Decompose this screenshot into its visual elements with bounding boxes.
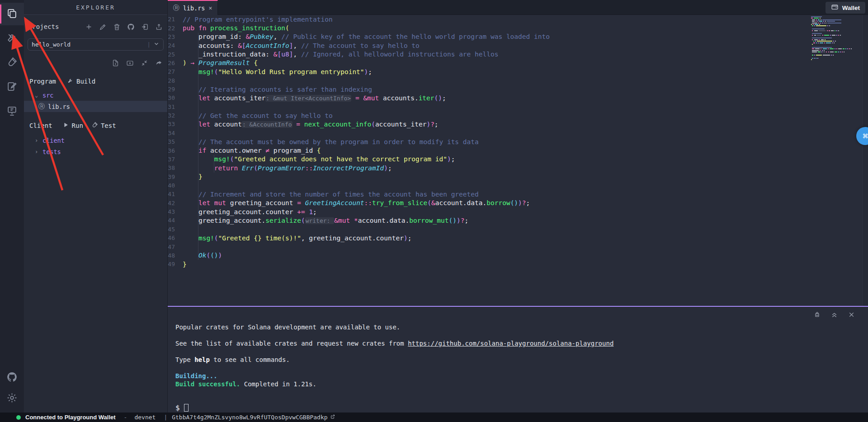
terminal-prompt-row[interactable]: $ — [175, 403, 189, 412]
code-line: 22pub fn process_instruction( — [168, 23, 809, 32]
code-line: 27 msg!("Hello World Rust program entryp… — [168, 67, 809, 76]
import-project-icon[interactable] — [141, 23, 149, 31]
terminal-line — [175, 364, 613, 372]
connection-status-dot — [16, 415, 21, 420]
test-button[interactable]: Test — [91, 122, 116, 130]
build-button[interactable]: Build — [67, 77, 95, 85]
delete-project-icon[interactable] — [113, 23, 121, 31]
sidebar-item-explorer[interactable] — [0, 3, 24, 25]
build-label: Build — [76, 78, 95, 85]
program-section-row: Program Build — [24, 76, 167, 87]
test-tube-icon — [6, 56, 18, 70]
rust-file-icon: Ⓡ — [173, 4, 179, 12]
chevron-right-icon: › — [35, 149, 39, 155]
code-editor[interactable]: 21// Program entrypoint's implementation… — [168, 15, 868, 306]
terminal-line: Build successful. Completed in 1.21s. — [175, 380, 613, 388]
terminal-output: Popular crates for Solana development ar… — [175, 323, 613, 388]
code-line: 33 let account: &AccountInfo = next_acco… — [168, 120, 809, 128]
rust-file-icon: Ⓡ — [38, 103, 45, 111]
export-project-icon[interactable] — [155, 23, 163, 31]
project-select[interactable]: hello_world | — [28, 38, 164, 51]
code-line: 28 — [168, 76, 809, 85]
code-line: 30 let accounts_iter: &mut Iter<AccountI… — [168, 94, 809, 102]
sidebar-item-tutorials[interactable] — [0, 76, 24, 98]
connection-status-text: Connected to Playground Wallet — [25, 414, 116, 421]
indent-guide — [198, 33, 198, 260]
github-import-icon[interactable] — [127, 23, 135, 31]
maximize-terminal-icon[interactable] — [830, 311, 838, 320]
sidebar-item-programs[interactable] — [0, 100, 24, 123]
folder-tests-label: tests — [42, 148, 61, 155]
code-line: 37 msg!("Greeted account does not have t… — [168, 155, 809, 164]
code-line: 43 greeting_account.counter += 1; — [168, 207, 809, 216]
rename-project-icon[interactable] — [99, 23, 107, 31]
code-line: 29 // Iterating accounts is safer than i… — [168, 85, 809, 94]
project-select-value: hello_world — [32, 41, 71, 48]
code-line: 35 // The account must be owned by the p… — [168, 137, 809, 146]
code-line: 48 Ok(()) — [168, 251, 809, 260]
terminal-line: Type help to see all commands. — [175, 356, 613, 364]
tree-file-librs[interactable]: Ⓡ lib.rs — [24, 101, 167, 112]
code-lines: 21// Program entrypoint's implementation… — [168, 15, 809, 268]
wallet-address-link[interactable]: GtbbA7t4g2MnZLsvyno8wL9vRfUTQosDpvwCGBBP… — [172, 414, 335, 421]
command-icon: ⌘ — [863, 131, 868, 141]
new-file-icon[interactable] — [112, 59, 119, 67]
settings-button[interactable] — [0, 390, 24, 407]
code-line: 44 greeting_account.serialize(writer: &m… — [168, 216, 809, 225]
tree-folder-client[interactable]: › client — [24, 135, 167, 146]
code-line: 39 } — [168, 172, 809, 181]
code-line: 31 — [168, 103, 809, 111]
code-line: 34 — [168, 129, 809, 137]
collapse-folders-icon[interactable] — [141, 59, 148, 67]
status-separator: - — [124, 414, 127, 421]
explorer-header: EXPLORER — [24, 0, 167, 15]
code-line: 38 return Err(ProgramError::IncorrectPro… — [168, 164, 809, 172]
test-label: Test — [101, 122, 116, 129]
code-line: 23 program_id: &Pubkey, // Public key of… — [168, 33, 809, 41]
code-line: 21// Program entrypoint's implementation — [168, 15, 809, 23]
activity-bar — [0, 0, 24, 413]
share-icon[interactable] — [155, 59, 163, 67]
projects-row: Projects — [24, 21, 167, 32]
terminal-cursor — [184, 404, 189, 412]
wallet-button[interactable]: Wallet — [826, 2, 865, 14]
terminal-panel[interactable]: Popular crates for Solana development ar… — [168, 307, 868, 413]
terminal-link[interactable]: https://github.com/solana-playground/sol… — [408, 340, 613, 347]
code-line: 26) → ProgramResult { — [168, 59, 809, 67]
terminal-line — [175, 347, 613, 356]
terminal-line: See the list of available crates and req… — [175, 339, 613, 347]
new-folder-icon[interactable] — [126, 59, 134, 67]
clear-terminal-icon[interactable] — [813, 311, 821, 320]
tree-folder-tests[interactable]: › tests — [24, 146, 167, 157]
minimap[interactable] — [811, 16, 862, 61]
prompt-symbol: $ — [175, 403, 180, 412]
explorer-panel: EXPLORER Projects hello_world | Program — [24, 0, 168, 413]
terminal-line — [175, 331, 613, 339]
cluster-name[interactable]: devnet — [134, 414, 156, 421]
program-label: Program — [29, 78, 56, 85]
sidebar-item-build-deploy[interactable] — [0, 27, 24, 50]
chevron-right-icon: › — [35, 137, 39, 144]
external-link-icon — [330, 414, 335, 421]
terminal-line: Popular crates for Solana development ar… — [175, 323, 613, 331]
code-line: 25 _instruction_data: &[u8], // Ignored,… — [168, 50, 809, 58]
tree-folder-src[interactable]: ⌄ src — [24, 89, 167, 101]
files-icon — [6, 8, 18, 21]
wallet-icon — [831, 3, 839, 12]
close-tab-icon[interactable]: ✕ — [208, 5, 212, 11]
code-line: 36 if account.owner ≠ program_id { — [168, 146, 809, 155]
sidebar-item-test[interactable] — [0, 52, 24, 74]
activity-bar-bottom — [0, 369, 24, 413]
tab-label: lib.rs — [183, 5, 205, 12]
new-project-icon[interactable] — [85, 23, 93, 31]
close-terminal-icon[interactable] — [848, 311, 855, 320]
wallet-label: Wallet — [842, 5, 860, 11]
github-link-button[interactable] — [0, 369, 24, 386]
code-line: 40 — [168, 181, 809, 190]
code-line: 32 // Get the account to say hello to — [168, 111, 809, 120]
run-button[interactable]: Run — [62, 122, 83, 130]
tab-librs[interactable]: Ⓡ lib.rs ✕ — [168, 0, 218, 15]
folder-client-label: client — [42, 137, 65, 144]
code-line: 46 msg!("Greeted {} time(s)!", greeting_… — [168, 234, 809, 242]
code-line: 45 — [168, 225, 809, 234]
